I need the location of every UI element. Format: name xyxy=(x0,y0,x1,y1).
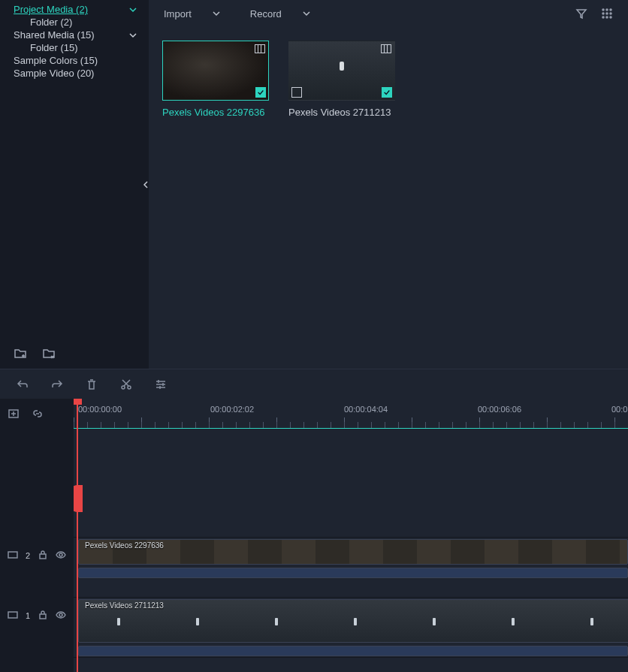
clip-label: Pexels Videos 2711213 xyxy=(85,601,164,610)
tree-item-project-media[interactable]: Project Media (2) xyxy=(0,3,149,16)
eye-icon[interactable] xyxy=(56,550,66,560)
tracks-area[interactable]: 00:00:00:00 00:00:02:02 00:00:04:04 00:0… xyxy=(74,399,628,672)
svg-rect-16 xyxy=(40,614,46,619)
audio-clip[interactable] xyxy=(78,646,628,656)
redo-icon[interactable] xyxy=(51,378,63,390)
boat-shape xyxy=(340,62,344,71)
tree-label: Folder (15) xyxy=(30,42,143,53)
lock-icon[interactable] xyxy=(38,610,48,620)
media-label: Pexels Videos 2711213 xyxy=(288,107,395,118)
ruler-tick: 00:00:04:04 xyxy=(344,405,388,414)
svg-rect-13 xyxy=(40,554,46,559)
media-label: Pexels Videos 2297636 xyxy=(162,107,269,118)
settings-icon[interactable] xyxy=(155,378,167,390)
svg-point-8 xyxy=(610,17,611,18)
media-item[interactable]: Pexels Videos 2711213 xyxy=(288,41,395,118)
video-clip[interactable]: Pexels Videos 2711213 xyxy=(78,599,628,643)
video-clip[interactable]: Pexels Videos 2297636 xyxy=(78,539,628,565)
ruler-tick: 00:00:02:02 xyxy=(210,405,254,414)
proxy-icon xyxy=(291,87,302,98)
svg-point-14 xyxy=(59,553,62,556)
playhead[interactable] xyxy=(77,399,78,672)
svg-rect-12 xyxy=(8,552,17,558)
video-track-icon xyxy=(8,610,18,620)
record-label: Record xyxy=(250,8,282,20)
check-icon xyxy=(255,87,266,98)
svg-point-5 xyxy=(610,13,611,14)
track-row-1[interactable]: Pexels Videos 2711213 xyxy=(74,598,628,658)
clip-label: Pexels Videos 2297636 xyxy=(85,541,164,550)
eye-icon[interactable] xyxy=(56,610,66,620)
video-track-icon xyxy=(8,550,18,560)
tree-label: Sample Colors (15) xyxy=(14,55,143,66)
ruler-tick: 00:00:06:06 xyxy=(478,405,521,414)
timeline-ruler[interactable]: 00:00:00:00 00:00:02:02 00:00:04:04 00:0… xyxy=(74,399,628,429)
svg-rect-15 xyxy=(8,612,17,618)
filmstrip-icon xyxy=(381,44,391,53)
track-number: 2 xyxy=(26,551,30,560)
chevron-down-icon xyxy=(303,8,310,20)
remove-folder-icon[interactable] xyxy=(42,346,56,360)
media-item[interactable]: Pexels Videos 2297636 xyxy=(162,41,269,118)
svg-point-9 xyxy=(122,386,125,389)
media-grid: Pexels Videos 2297636 Pexels Videos 2711… xyxy=(149,27,628,369)
svg-point-0 xyxy=(602,9,604,11)
undo-icon[interactable] xyxy=(17,378,29,390)
add-track-icon[interactable] xyxy=(8,408,20,420)
tree-item-sample-colors[interactable]: Sample Colors (15) xyxy=(0,54,149,67)
import-dropdown[interactable]: Import xyxy=(164,8,220,20)
chevron-down-icon[interactable] xyxy=(129,6,137,14)
svg-point-4 xyxy=(606,13,608,14)
tree-label: Shared Media (15) xyxy=(14,29,129,41)
media-panel: Import Record Pexels Videos 2297636 xyxy=(149,0,628,369)
import-label: Import xyxy=(164,8,192,20)
media-toolbar: Import Record xyxy=(149,0,628,27)
delete-icon[interactable] xyxy=(86,378,98,390)
track-number: 1 xyxy=(26,611,30,620)
cut-icon[interactable] xyxy=(120,378,132,390)
svg-point-10 xyxy=(128,386,131,389)
track-header-1: 1 xyxy=(0,568,74,628)
ruler-tick: 00:00 xyxy=(611,405,628,414)
media-tree: Project Media (2) Folder (2) Shared Medi… xyxy=(0,0,149,83)
filmstrip-icon xyxy=(255,44,265,53)
tree-item-sample-video[interactable]: Sample Video (20) xyxy=(0,67,149,80)
svg-point-7 xyxy=(606,17,608,18)
chevron-down-icon xyxy=(213,8,220,20)
svg-point-17 xyxy=(59,613,62,616)
tree-label: Folder (2) xyxy=(30,17,143,28)
chevron-down-icon[interactable] xyxy=(129,32,137,39)
svg-point-3 xyxy=(602,13,604,14)
svg-point-6 xyxy=(602,17,604,18)
record-dropdown[interactable]: Record xyxy=(250,8,310,20)
svg-point-1 xyxy=(606,9,608,11)
lock-icon[interactable] xyxy=(38,550,48,560)
svg-point-2 xyxy=(610,9,611,11)
track-header-2: 2 xyxy=(0,429,74,568)
add-folder-icon[interactable] xyxy=(14,346,27,360)
ruler-tick: 00:00:00:00 xyxy=(78,405,122,414)
collapse-sidebar-handle[interactable] xyxy=(143,180,149,189)
tree-label: Sample Video (20) xyxy=(14,68,143,79)
tree-item-shared-media[interactable]: Shared Media (15) xyxy=(0,29,149,41)
check-icon xyxy=(382,87,392,98)
track-headers: 2 1 xyxy=(0,399,74,672)
link-icon[interactable] xyxy=(32,408,44,420)
filter-icon[interactable] xyxy=(575,8,587,20)
sidebar-footer xyxy=(0,340,149,369)
timeline-panel: 2 1 00:00:00:00 00:00:02:02 00:00:04:04 … xyxy=(0,369,628,672)
grid-view-icon[interactable] xyxy=(601,8,613,20)
media-thumbnail xyxy=(162,41,269,101)
timeline-body: 2 1 00:00:00:00 00:00:02:02 00:00:04:04 … xyxy=(0,399,628,672)
media-thumbnail xyxy=(288,41,395,101)
audio-clip[interactable] xyxy=(78,568,628,578)
track-row-2[interactable]: Pexels Videos 2297636 xyxy=(74,538,628,598)
cut-handle[interactable] xyxy=(74,485,83,512)
media-sidebar: Project Media (2) Folder (2) Shared Medi… xyxy=(0,0,149,369)
track-tools xyxy=(0,399,74,429)
timeline-toolbar xyxy=(0,369,628,399)
tree-item-folder-2[interactable]: Folder (2) xyxy=(0,16,149,29)
tree-label: Project Media (2) xyxy=(14,4,129,15)
track-row-spacer xyxy=(74,429,628,538)
tree-item-folder-15[interactable]: Folder (15) xyxy=(0,41,149,54)
